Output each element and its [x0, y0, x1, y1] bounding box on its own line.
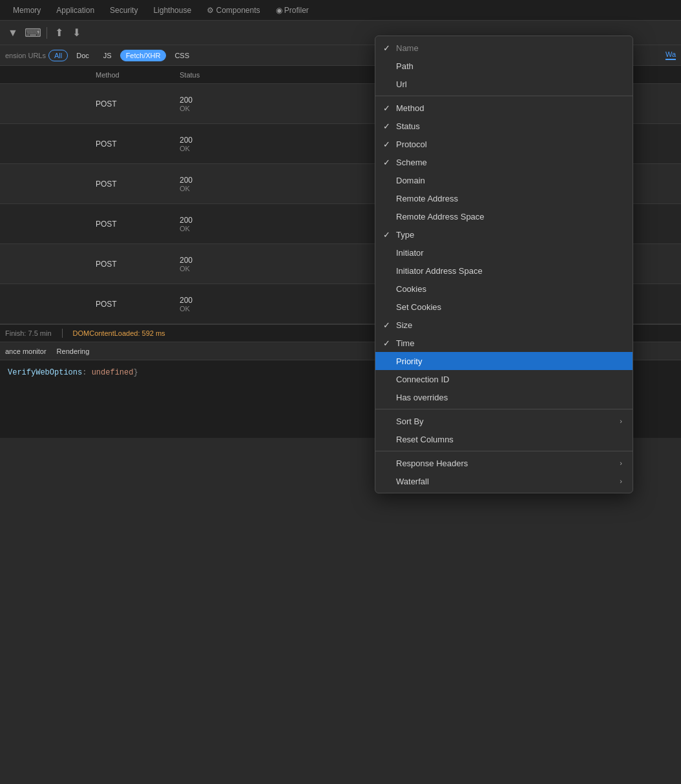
menu-label-time: Time: [396, 338, 622, 348]
code-key: VerifyWebOptions: [8, 368, 82, 377]
cell-status-5: 200 OK: [180, 256, 257, 273]
menu-item-size[interactable]: ✓Size: [375, 316, 633, 334]
menu-item-response-headers[interactable]: Response Headers›: [375, 454, 633, 472]
finish-text: Finish: 7.5 min: [5, 329, 52, 337]
menu-label-protocol: Protocol: [396, 139, 622, 149]
tab-lighthouse[interactable]: Lighthouse: [145, 3, 199, 17]
menu-label-method: Method: [396, 103, 622, 113]
cell-method-2: POST: [96, 139, 180, 149]
menu-label-has-overrides: Has overrides: [396, 393, 622, 402]
menu-item-remote-address[interactable]: Remote Address: [375, 189, 633, 207]
menu-label-url: Url: [396, 79, 622, 89]
filter-fetch-xhr[interactable]: Fetch/XHR: [120, 50, 167, 61]
menu-item-domain[interactable]: Domain: [375, 171, 633, 189]
col-header-method[interactable]: Method: [96, 71, 180, 79]
menu-item-time[interactable]: ✓Time: [375, 334, 633, 352]
menu-separator: [375, 409, 633, 409]
tab-application[interactable]: Application: [48, 3, 102, 17]
cell-method-4: POST: [96, 220, 180, 229]
menu-arrow-waterfall: ›: [620, 477, 622, 485]
menu-item-set-cookies[interactable]: Set Cookies: [375, 298, 633, 316]
menu-item-waterfall[interactable]: Waterfall›: [375, 472, 633, 490]
menu-item-method[interactable]: ✓Method: [375, 99, 633, 117]
cell-method-1: POST: [96, 99, 180, 108]
tab-security[interactable]: Security: [102, 3, 145, 17]
menu-item-initiator[interactable]: Initiator: [375, 243, 633, 262]
tab-components[interactable]: ⚙ Components: [199, 3, 267, 17]
top-tab-bar: Memory Application Security Lighthouse ⚙…: [0, 0, 681, 21]
menu-label-sort-by: Sort By: [396, 417, 620, 426]
menu-label-initiator: Initiator: [396, 248, 622, 258]
menu-label-cookies: Cookies: [396, 284, 622, 294]
menu-label-connection-id: Connection ID: [396, 375, 622, 384]
menu-item-scheme[interactable]: ✓Scheme: [375, 153, 633, 171]
code-brace: }: [133, 368, 138, 377]
menu-item-connection-id[interactable]: Connection ID: [375, 370, 633, 388]
menu-check-size: ✓: [383, 320, 396, 330]
menu-label-path: Path: [396, 61, 622, 71]
menu-item-reset-columns[interactable]: Reset Columns: [375, 430, 633, 448]
menu-label-name: Name: [396, 43, 622, 53]
menu-item-cookies[interactable]: Cookies: [375, 280, 633, 298]
bottom-tab-performance[interactable]: ance monitor: [5, 347, 47, 355]
cell-status-3: 200 OK: [180, 176, 257, 192]
cell-status-4: 200 OK: [180, 216, 257, 232]
tab-memory[interactable]: Memory: [5, 3, 48, 17]
cell-method-3: POST: [96, 180, 180, 189]
menu-item-sort-by[interactable]: Sort By›: [375, 412, 633, 430]
menu-check-method: ✓: [383, 103, 396, 113]
filter-label: ension URLs: [5, 52, 46, 59]
dom-loaded-text: DOMContentLoaded: 592 ms: [73, 329, 165, 337]
cell-method-6: POST: [96, 300, 180, 309]
bottom-tab-rendering[interactable]: Rendering: [57, 347, 90, 355]
menu-label-remote-address-space: Remote Address Space: [396, 212, 622, 222]
menu-check-status: ✓: [383, 121, 396, 131]
tab-profiler[interactable]: ◉ Profiler: [268, 3, 317, 17]
code-value: undefined: [92, 368, 134, 377]
menu-item-remote-address-space[interactable]: Remote Address Space: [375, 207, 633, 225]
menu-check-type: ✓: [383, 230, 396, 240]
menu-item-type[interactable]: ✓Type: [375, 225, 633, 243]
menu-arrow-response-headers: ›: [620, 459, 622, 467]
waterfall-tab[interactable]: Wa: [665, 50, 676, 60]
col-header-status[interactable]: Status: [180, 71, 257, 79]
menu-check-protocol: ✓: [383, 139, 396, 149]
menu-label-status: Status: [396, 121, 622, 131]
filter-css[interactable]: CSS: [169, 50, 195, 61]
filter-js[interactable]: JS: [98, 50, 118, 61]
cell-status-1: 200 OK: [180, 96, 257, 112]
menu-item-status[interactable]: ✓Status: [375, 117, 633, 135]
menu-label-remote-address: Remote Address: [396, 194, 622, 203]
menu-label-domain: Domain: [396, 176, 622, 185]
menu-item-protocol[interactable]: ✓Protocol: [375, 135, 633, 153]
menu-separator: [375, 451, 633, 451]
menu-label-size: Size: [396, 320, 622, 330]
menu-item-initiator-address-space[interactable]: Initiator Address Space: [375, 262, 633, 280]
context-menu: ✓NamePathUrl✓Method✓Status✓Protocol✓Sche…: [375, 36, 633, 493]
dropdown-button[interactable]: ▼: [5, 26, 21, 40]
menu-label-response-headers: Response Headers: [396, 459, 620, 468]
menu-check-scheme: ✓: [383, 158, 396, 167]
download-button[interactable]: ⬇: [70, 25, 83, 40]
menu-item-name[interactable]: ✓Name: [375, 39, 633, 57]
menu-item-path[interactable]: Path: [375, 57, 633, 75]
menu-item-has-overrides[interactable]: Has overrides: [375, 388, 633, 406]
menu-label-priority: Priority: [396, 356, 622, 366]
menu-label-type: Type: [396, 230, 622, 240]
filter-all[interactable]: All: [48, 50, 68, 61]
menu-label-reset-columns: Reset Columns: [396, 435, 622, 444]
code-punct: :: [82, 368, 91, 377]
menu-label-waterfall: Waterfall: [396, 477, 620, 486]
wifi-icon[interactable]: ⌨: [25, 26, 41, 40]
filter-doc[interactable]: Doc: [70, 50, 95, 61]
cell-status-6: 200 OK: [180, 296, 257, 313]
cell-method-5: POST: [96, 260, 180, 269]
menu-label-scheme: Scheme: [396, 158, 622, 167]
cell-status-2: 200 OK: [180, 136, 257, 152]
menu-check-name: ✓: [383, 43, 396, 53]
status-separator: [62, 329, 63, 338]
menu-item-url[interactable]: Url: [375, 75, 633, 93]
menu-item-priority[interactable]: Priority: [375, 352, 633, 370]
upload-button[interactable]: ⬆: [52, 25, 66, 40]
menu-label-set-cookies: Set Cookies: [396, 302, 622, 312]
